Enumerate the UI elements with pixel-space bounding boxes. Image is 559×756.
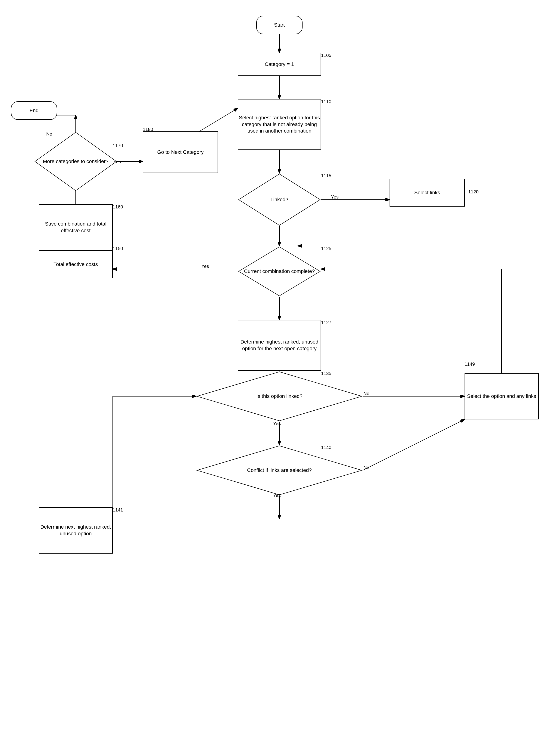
more-categories-no: No [46, 132, 52, 137]
label-1125: 1125 [321, 246, 332, 251]
label-1141: 1141 [113, 507, 123, 513]
select-option-links-node: Select the option and any links [465, 373, 539, 419]
total-costs-node: Total effective costs [39, 251, 113, 278]
start-label: Start [274, 22, 285, 28]
label-1105: 1105 [321, 53, 332, 58]
determine-next-node: Determine next highest ranked, unused op… [39, 507, 113, 553]
more-categories-diamond: More categories to consider? [34, 132, 117, 192]
current-complete-yes: Yes [201, 264, 209, 269]
conflict-links-text: Conflict if links are selected? [245, 465, 314, 476]
label-1115: 1115 [321, 173, 332, 179]
label-1160: 1160 [113, 204, 123, 210]
flowchart: Start 1105 Category = 1 1110 Select high… [0, 0, 559, 756]
label-1149: 1149 [465, 361, 475, 367]
total-costs-label: Total effective costs [53, 261, 98, 268]
linked-yes-label: Yes [331, 194, 339, 199]
start-node: Start [256, 16, 303, 34]
label-1127: 1127 [321, 320, 332, 325]
go-next-category-node: Go to Next Category [143, 132, 218, 173]
select-highest-label: Select highest ranked option for this ca… [238, 115, 320, 135]
label-1150: 1150 [113, 246, 123, 251]
current-complete-text: Current combination complete? [242, 266, 317, 277]
select-highest-node: Select highest ranked option for this ca… [238, 99, 321, 150]
conflict-links-diamond: Conflict if links are selected? [196, 445, 363, 496]
determine-highest-label: Determine highest ranked, unused option … [238, 339, 320, 352]
select-option-links-label: Select the option and any links [467, 393, 536, 400]
linked-text: Linked? [268, 194, 290, 206]
current-complete-diamond: Current combination complete? [238, 246, 321, 297]
select-links-label: Select links [414, 189, 440, 196]
more-categories-text: More categories to consider? [41, 156, 111, 167]
svg-line-20 [363, 419, 465, 470]
category1-node: Category = 1 [238, 53, 321, 76]
save-combination-node: Save combination and total effective cos… [39, 204, 113, 251]
is-option-linked-yes: Yes [273, 421, 281, 426]
conflict-yes: Yes [273, 493, 281, 498]
is-option-linked-diamond: Is this option linked? [196, 371, 363, 422]
label-1120: 1120 [468, 189, 479, 194]
more-categories-yes: Yes [113, 159, 121, 164]
determine-next-label: Determine next highest ranked, unused op… [39, 524, 112, 537]
end-label: End [29, 107, 39, 114]
is-option-linked-no: No [363, 391, 370, 396]
save-combination-label: Save combination and total effective cos… [39, 221, 112, 234]
select-links-node: Select links [389, 179, 465, 207]
go-next-category-label: Go to Next Category [157, 149, 204, 156]
is-option-linked-text: Is this option linked? [254, 391, 305, 402]
determine-highest-node: Determine highest ranked, unused option … [238, 320, 321, 371]
linked-diamond: Linked? [238, 173, 321, 226]
end-node: End [11, 101, 57, 120]
category1-label: Category = 1 [265, 61, 294, 68]
conflict-no: No [363, 465, 370, 470]
label-1110: 1110 [321, 99, 332, 104]
